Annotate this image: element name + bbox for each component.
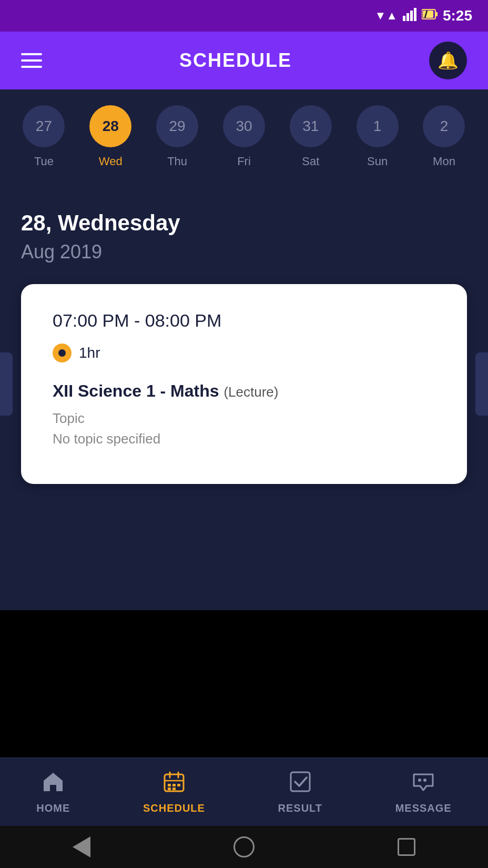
right-arrow[interactable] xyxy=(475,352,488,416)
month-heading: Aug 2019 xyxy=(21,241,467,263)
days-row: 27 Tue 28 Wed 29 Thu 30 Fri 31 Sat 1 Sun xyxy=(11,105,477,168)
bottom-nav: HOME SCHEDULE RESULT xyxy=(0,758,488,826)
day-item-sat[interactable]: 31 Sat xyxy=(290,105,332,168)
svg-rect-0 xyxy=(403,16,405,21)
home-button[interactable] xyxy=(231,834,257,860)
svg-rect-6 xyxy=(423,11,433,18)
card-duration: 1hr xyxy=(53,344,435,362)
status-bar: ▼▲ 5:25 xyxy=(0,0,488,32)
home-circle-icon xyxy=(233,836,255,857)
notification-button[interactable]: 🔔 xyxy=(429,42,467,79)
status-icons: ▼▲ 5:25 xyxy=(374,7,472,24)
hamburger-icon[interactable] xyxy=(21,53,42,68)
app-bar-title: SCHEDULE xyxy=(179,49,292,72)
svg-rect-17 xyxy=(291,772,310,791)
svg-rect-1 xyxy=(406,13,409,21)
day-item-fri[interactable]: 30 Fri xyxy=(223,105,265,168)
back-icon xyxy=(73,836,90,857)
android-nav xyxy=(0,826,488,868)
nav-item-result[interactable]: RESULT xyxy=(268,765,333,820)
card-topic-value: No topic specified xyxy=(53,431,435,447)
duration-dot xyxy=(53,344,72,362)
svg-rect-18 xyxy=(418,779,421,782)
spacer xyxy=(0,500,488,610)
card-time: 07:00 PM - 08:00 PM xyxy=(53,310,435,331)
nav-item-home[interactable]: HOME xyxy=(26,765,80,820)
card-subject: XII Science 1 - Maths (Lecture) xyxy=(53,381,435,401)
day-label-tue: Tue xyxy=(34,155,54,168)
nav-label-home: HOME xyxy=(36,802,70,814)
wifi-icon: ▼▲ xyxy=(374,9,398,23)
left-arrow[interactable] xyxy=(0,352,13,416)
message-icon xyxy=(412,770,435,798)
day-label-sat: Sat xyxy=(302,155,319,168)
schedule-cards-wrapper: 07:00 PM - 08:00 PM 1hr XII Science 1 - … xyxy=(21,284,467,484)
svg-rect-3 xyxy=(414,8,416,21)
day-number-29: 29 xyxy=(156,105,198,147)
duration-text: 1hr xyxy=(79,345,100,361)
subject-name: XII Science 1 - Maths xyxy=(53,381,219,400)
main-content: 28, Wednesday Aug 2019 07:00 PM - 08:00 … xyxy=(0,189,488,500)
lecture-type: (Lecture) xyxy=(223,384,278,400)
svg-rect-12 xyxy=(168,784,171,786)
day-number-2: 2 xyxy=(423,105,465,147)
day-label-wed: Wed xyxy=(99,155,123,168)
card-topic-label: Topic xyxy=(53,410,435,427)
svg-rect-19 xyxy=(423,779,426,782)
day-number-31: 31 xyxy=(290,105,332,147)
day-item-mon[interactable]: 2 Mon xyxy=(423,105,465,168)
svg-rect-2 xyxy=(410,11,413,21)
svg-rect-16 xyxy=(172,788,176,790)
bell-icon: 🔔 xyxy=(438,51,459,70)
recents-button[interactable] xyxy=(393,834,420,860)
app-bar: SCHEDULE 🔔 xyxy=(0,32,488,89)
nav-item-schedule[interactable]: SCHEDULE xyxy=(133,765,216,820)
nav-label-result: RESULT xyxy=(278,802,323,814)
result-icon xyxy=(289,770,312,798)
date-heading: 28, Wednesday xyxy=(21,210,467,236)
calendar-section: 27 Tue 28 Wed 29 Thu 30 Fri 31 Sat 1 Sun xyxy=(0,89,488,189)
status-time: 5:25 xyxy=(443,7,472,24)
signal-icon xyxy=(403,7,416,24)
day-item-wed[interactable]: 28 Wed xyxy=(89,105,131,168)
svg-rect-15 xyxy=(168,788,171,790)
day-item-tue[interactable]: 27 Tue xyxy=(23,105,65,168)
nav-label-message: MESSAGE xyxy=(395,802,452,814)
svg-rect-13 xyxy=(172,784,176,786)
svg-rect-14 xyxy=(177,784,180,786)
schedule-card[interactable]: 07:00 PM - 08:00 PM 1hr XII Science 1 - … xyxy=(21,284,467,484)
day-label-sun: Sun xyxy=(367,155,388,168)
nav-item-message[interactable]: MESSAGE xyxy=(385,765,462,820)
day-label-mon: Mon xyxy=(433,155,455,168)
day-number-27: 27 xyxy=(23,105,65,147)
day-label-thu: Thu xyxy=(167,155,187,168)
day-label-fri: Fri xyxy=(237,155,251,168)
schedule-icon xyxy=(162,770,186,798)
day-item-thu[interactable]: 29 Thu xyxy=(156,105,198,168)
nav-label-schedule: SCHEDULE xyxy=(143,802,205,814)
back-button[interactable] xyxy=(68,834,95,860)
day-number-30: 30 xyxy=(223,105,265,147)
day-number-28: 28 xyxy=(89,105,131,147)
duration-dot-inner xyxy=(58,349,66,357)
home-icon xyxy=(42,770,65,798)
svg-rect-5 xyxy=(435,12,438,16)
day-number-1: 1 xyxy=(357,105,399,147)
day-item-sun[interactable]: 1 Sun xyxy=(357,105,399,168)
battery-icon xyxy=(422,8,438,23)
recents-icon xyxy=(398,838,415,856)
